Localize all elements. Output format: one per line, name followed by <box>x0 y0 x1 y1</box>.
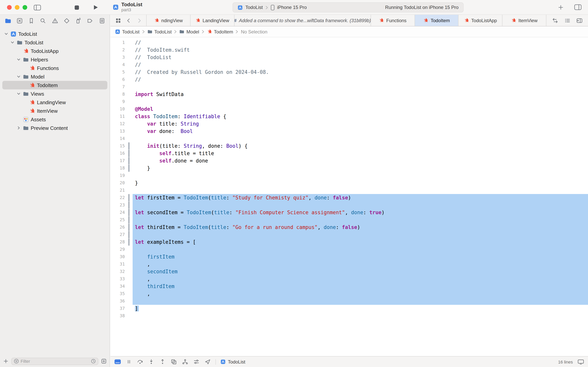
sidebar-item-helpers[interactable]: Helpers <box>2 55 107 64</box>
code-line-29[interactable]: 29 <box>110 246 588 253</box>
editor-options-button[interactable] <box>564 17 571 24</box>
code-line-1[interactable]: 1// <box>110 39 588 46</box>
source-control-navigator-button[interactable] <box>16 17 24 25</box>
tab-landingview[interactable]: LandingView <box>191 15 235 26</box>
tab-itemview[interactable]: ItemView <box>503 15 546 26</box>
code-line-2[interactable]: 2// TodoItem.swift <box>110 46 588 54</box>
source-control-status-icon[interactable] <box>101 359 107 364</box>
run-button[interactable] <box>92 4 99 10</box>
code-line-8[interactable]: 8import SwiftData <box>110 91 588 98</box>
issues-navigator-button[interactable] <box>51 17 59 25</box>
sidebar-item-assets[interactable]: Assets <box>2 115 107 124</box>
source-editor[interactable]: 1//2// TodoItem.swift3// TodoList4//5// … <box>110 37 588 356</box>
sidebar-item-landingview[interactable]: LandingView <box>2 98 107 107</box>
line-number[interactable]: 2 <box>110 46 128 54</box>
view-hierarchy-button[interactable] <box>171 359 177 365</box>
code-line-13[interactable]: 13 var done: Bool <box>110 127 588 135</box>
line-number[interactable]: 35 <box>110 290 128 297</box>
line-number[interactable]: 5 <box>110 68 128 76</box>
sidebar-item-model[interactable]: Model <box>2 72 107 81</box>
step-in-button[interactable] <box>148 359 154 365</box>
code-line-22[interactable]: 22let firstItem = TodoItem(title: "Study… <box>110 194 588 201</box>
code-line-31[interactable]: 31 , <box>110 260 588 268</box>
reports-navigator-button[interactable] <box>98 17 106 25</box>
code-line-37[interactable]: 37] <box>110 305 588 312</box>
line-number[interactable]: 20 <box>110 179 128 187</box>
line-number[interactable]: 19 <box>110 172 128 179</box>
code-line-30[interactable]: 30 firstItem <box>110 253 588 260</box>
line-number[interactable]: 23 <box>110 201 128 209</box>
line-number[interactable]: 1 <box>110 39 128 46</box>
code-line-27[interactable]: 27 <box>110 231 588 238</box>
close-window-button[interactable] <box>7 5 12 10</box>
recent-files-icon[interactable] <box>91 359 96 364</box>
code-line-25[interactable]: 25 <box>110 216 588 224</box>
breakpoints-navigator-button[interactable] <box>86 17 94 25</box>
running-target-chip[interactable]: TodoList <box>220 359 245 365</box>
code-line-38[interactable]: 38 <box>110 312 588 320</box>
code-line-20[interactable]: 20} <box>110 179 588 187</box>
code-line-21[interactable]: 21 <box>110 187 588 194</box>
line-number[interactable]: 33 <box>110 275 128 283</box>
stop-button[interactable] <box>74 5 80 10</box>
code-line-23[interactable]: 23 <box>110 201 588 209</box>
code-line-24[interactable]: 24let secondItem = TodoItem(title: "Fini… <box>110 209 588 216</box>
tab-todolistapp[interactable]: TodoListApp <box>459 15 503 26</box>
zoom-window-button[interactable] <box>23 5 27 10</box>
line-number[interactable]: 26 <box>110 224 128 231</box>
line-number[interactable]: 9 <box>110 98 128 105</box>
step-over-button[interactable] <box>137 359 143 365</box>
disclosure-chevron[interactable] <box>16 58 21 61</box>
activity-viewer[interactable]: TodoList iPhone 15 Pro Running TodoList … <box>233 2 463 12</box>
line-number[interactable]: 6 <box>110 76 128 83</box>
line-number[interactable]: 11 <box>110 113 128 120</box>
line-number[interactable]: 21 <box>110 187 128 194</box>
minimize-window-button[interactable] <box>15 5 19 10</box>
jumpbar-item-todolist[interactable]: TodoList <box>115 29 139 34</box>
location-button[interactable] <box>205 359 211 365</box>
toggle-navigator-button[interactable] <box>34 4 41 11</box>
scheme-name[interactable]: TodoList <box>245 5 263 10</box>
line-number[interactable]: 10 <box>110 105 128 113</box>
line-number[interactable]: 13 <box>110 127 128 135</box>
add-editor-button[interactable] <box>576 17 583 24</box>
project-navigator-button[interactable] <box>4 17 12 25</box>
display-icon[interactable] <box>578 359 584 365</box>
sidebar-item-preview-content[interactable]: Preview Content <box>2 124 107 132</box>
code-line-6[interactable]: 6// <box>110 76 588 83</box>
line-number[interactable]: 31 <box>110 260 128 268</box>
line-number[interactable]: 38 <box>110 312 128 320</box>
code-line-26[interactable]: 26let thirdItem = TodoItem(title: "Go fo… <box>110 224 588 231</box>
code-line-3[interactable]: 3// TodoList <box>110 54 588 61</box>
environment-overrides-button[interactable] <box>193 359 200 365</box>
sidebar-item-views[interactable]: Views <box>2 89 107 98</box>
line-number[interactable]: 24 <box>110 209 128 216</box>
jumpbar-item-model[interactable]: Model <box>179 29 199 34</box>
line-number[interactable]: 7 <box>110 83 128 91</box>
code-line-16[interactable]: 16 self.title = title <box>110 150 588 157</box>
line-number[interactable]: 29 <box>110 246 128 253</box>
code-line-11[interactable]: 11class TodoItem: Identifiable { <box>110 113 588 120</box>
debug-navigator-button[interactable] <box>75 17 82 25</box>
line-number[interactable]: 16 <box>110 150 128 157</box>
tests-navigator-button[interactable] <box>63 17 71 25</box>
bookmarks-navigator-button[interactable] <box>27 17 35 25</box>
filter-field[interactable] <box>11 358 98 365</box>
line-number[interactable]: 28 <box>110 238 128 246</box>
related-grid-button[interactable] <box>115 17 121 24</box>
jumpbar-item-todolist[interactable]: TodoList <box>147 29 171 34</box>
add-tab-button[interactable] <box>558 4 564 10</box>
disclosure-chevron[interactable] <box>16 75 21 79</box>
tab-todoitem[interactable]: TodoItem <box>415 15 459 26</box>
code-line-35[interactable]: 35 , <box>110 290 588 297</box>
pause-button[interactable] <box>126 359 132 365</box>
line-number[interactable]: 30 <box>110 253 128 260</box>
line-number[interactable]: 37 <box>110 305 128 312</box>
line-number[interactable]: 3 <box>110 54 128 61</box>
jumpbar-item-todoitem[interactable]: TodoItem <box>207 29 233 34</box>
code-line-7[interactable]: 7 <box>110 83 588 91</box>
line-number[interactable]: 8 <box>110 91 128 98</box>
code-line-36[interactable]: 36 <box>110 297 588 305</box>
code-line-19[interactable]: 19 <box>110 172 588 179</box>
code-line-10[interactable]: 10@Model <box>110 105 588 113</box>
